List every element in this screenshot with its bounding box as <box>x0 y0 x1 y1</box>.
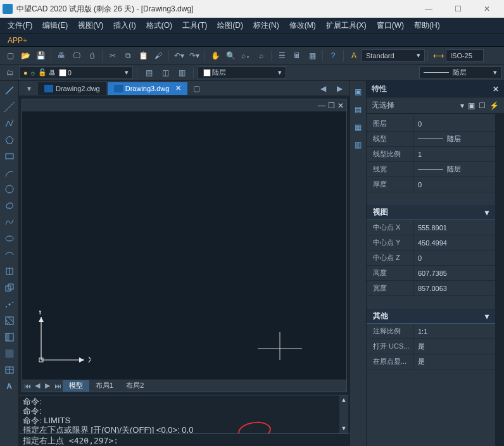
match-icon[interactable]: 🖌 <box>152 49 165 62</box>
prop-ucs-on[interactable]: 打开 UCS...是 <box>367 339 495 354</box>
selection-label[interactable]: 无选择 <box>372 100 457 111</box>
minimize-doc-icon[interactable]: — <box>318 101 325 110</box>
group-icon[interactable]: ▤ <box>351 102 365 116</box>
prop-ltscale[interactable]: 线型比例1 <box>367 147 495 162</box>
cut-icon[interactable]: ✂ <box>106 49 119 62</box>
tab-prev-icon[interactable]: ◀ <box>317 82 329 95</box>
drawing-viewport[interactable]: X Y <box>22 112 346 379</box>
tool-palette-icon[interactable]: ▦ <box>306 49 318 62</box>
point-icon[interactable] <box>3 297 16 311</box>
region-icon[interactable] <box>3 347 16 361</box>
table-icon[interactable] <box>3 363 16 377</box>
prop-thickness[interactable]: 厚度0 <box>367 177 495 192</box>
calc-icon[interactable]: 🖩 <box>291 49 303 62</box>
menu-dim[interactable]: 标注(N) <box>248 18 284 34</box>
preview-icon[interactable]: 🖵 <box>70 49 83 62</box>
make-block-icon[interactable] <box>3 281 16 295</box>
tab-next-icon[interactable]: ▶ <box>333 82 346 95</box>
polygon-icon[interactable] <box>3 133 16 147</box>
collapse-icon[interactable]: ▾ <box>485 312 489 321</box>
close-button[interactable]: ✕ <box>472 0 501 18</box>
layout-tab-2[interactable]: 布局2 <box>120 380 150 392</box>
prop-layer[interactable]: 图层0 <box>367 116 495 132</box>
text-style-icon[interactable]: A <box>348 49 360 62</box>
layout-tab-model[interactable]: 模型 <box>63 380 89 392</box>
layer-prev-icon[interactable]: ◫ <box>159 66 172 79</box>
zoom-win-icon[interactable]: ⌕▾ <box>239 49 252 62</box>
tab-dropdown-icon[interactable]: ▾ <box>23 82 35 95</box>
prop-height[interactable]: 高度607.7385 <box>367 266 495 281</box>
new-tab-icon[interactable]: ▢ <box>190 82 203 95</box>
dim-style-icon[interactable]: ⟷ <box>432 49 444 62</box>
section-other[interactable]: 其他▾ <box>367 309 495 324</box>
layout-next-icon[interactable]: ▶ <box>42 381 53 390</box>
text-style-select[interactable]: Standard▾ <box>362 49 425 62</box>
restore-doc-icon[interactable]: ❐ <box>328 101 335 110</box>
print-icon[interactable]: 🖶 <box>55 49 68 62</box>
doc-tab-drawing2[interactable]: Drawing2.dwg <box>38 82 106 95</box>
cmd-scrollbar[interactable]: ▲▼ <box>339 395 348 433</box>
gradient-icon[interactable] <box>3 330 16 344</box>
menu-edit[interactable]: 编辑(E) <box>37 18 73 34</box>
close-tab-icon[interactable]: ✕ <box>175 84 181 92</box>
minimize-button[interactable]: — <box>414 0 443 18</box>
prop-annoscale[interactable]: 注释比例1:1 <box>367 324 495 339</box>
tool-palette-icon[interactable]: ▥ <box>351 138 365 152</box>
doc-tab-drawing3[interactable]: Drawing3.dwg ✕ <box>108 82 188 95</box>
prop-center-y[interactable]: 中心点 Y450.4994 <box>367 235 495 251</box>
open-icon[interactable]: 📂 <box>19 49 32 62</box>
collapse-icon[interactable]: ▾ <box>485 208 489 217</box>
prop-width[interactable]: 宽度857.0063 <box>367 281 495 296</box>
insert-block-icon[interactable] <box>3 264 16 278</box>
selection-dropdown-icon[interactable]: ▾ <box>460 101 464 110</box>
layout-prev-icon[interactable]: ◀ <box>32 381 42 390</box>
menu-file[interactable]: 文件(F) <box>3 18 37 34</box>
layer-mgr-icon[interactable]: 🗂 <box>4 66 16 79</box>
layout-last-icon[interactable]: ⏭ <box>53 382 63 390</box>
zoom-prev-icon[interactable]: ⌕ <box>255 49 267 62</box>
close-doc-icon[interactable]: ✕ <box>337 101 344 110</box>
undo-icon[interactable]: ↶▾ <box>173 49 186 62</box>
pan-icon[interactable]: ✋ <box>209 49 222 62</box>
menu-tools[interactable]: 工具(T) <box>177 18 212 34</box>
props-scrollbar[interactable] <box>495 114 504 446</box>
props-icon[interactable]: ☰ <box>275 49 288 62</box>
layer-states-icon[interactable]: ▤ <box>142 66 155 79</box>
menu-help[interactable]: 帮助(H) <box>409 18 445 34</box>
select-similar-icon[interactable]: ▣ <box>351 85 365 99</box>
maximize-button[interactable]: ☐ <box>443 0 472 18</box>
mtext-icon[interactable]: A <box>3 380 16 393</box>
linetype-select[interactable]: 随层 ▾ <box>198 66 286 79</box>
menu-appplus[interactable]: APP+ <box>3 34 32 47</box>
copy-icon[interactable]: ⧉ <box>122 49 134 62</box>
prop-ucs-origin[interactable]: 在原点显...是 <box>367 354 495 369</box>
command-input[interactable]: 指定右上点 <420,297>: <box>19 433 350 446</box>
section-view[interactable]: 视图▾ <box>367 205 495 220</box>
redo-icon[interactable]: ↷▾ <box>188 49 201 62</box>
rectangle-icon[interactable] <box>3 149 16 163</box>
pick-add-icon[interactable]: ⚡ <box>489 101 499 110</box>
menu-format[interactable]: 格式(O) <box>141 18 177 34</box>
circle-icon[interactable] <box>3 182 16 196</box>
layout-tab-1[interactable]: 布局1 <box>89 380 120 392</box>
lineweight-select[interactable]: 随层 ▾ <box>419 66 501 79</box>
prop-lineweight[interactable]: 线宽随层 <box>367 162 495 177</box>
select-objects-icon[interactable]: ☐ <box>479 101 486 110</box>
help-icon[interactable]: ? <box>327 49 339 62</box>
new-icon[interactable]: ▢ <box>4 49 16 62</box>
layout-first-icon[interactable]: ⏮ <box>22 382 32 390</box>
ellipse-arc-icon[interactable] <box>3 248 16 262</box>
spline-icon[interactable] <box>3 215 16 229</box>
zoom-rt-icon[interactable]: 🔍 <box>224 49 237 62</box>
prop-center-z[interactable]: 中心点 Z0 <box>367 251 495 266</box>
save-icon[interactable]: 💾 <box>34 49 47 62</box>
paste-icon[interactable]: 📋 <box>137 49 149 62</box>
menu-modify[interactable]: 修改(M) <box>284 18 321 34</box>
hatch-icon[interactable] <box>3 314 16 328</box>
ellipse-icon[interactable] <box>3 232 16 245</box>
xline-icon[interactable] <box>3 100 16 114</box>
arc-icon[interactable] <box>3 166 16 180</box>
command-history[interactable]: 命令: 命令: 命令: LIMITS 指定左下点或限界 [开(ON)/关(OFF… <box>19 395 350 433</box>
dim-style-select[interactable]: ISO-25 <box>446 49 484 62</box>
quick-select-icon[interactable]: ▦ <box>351 120 365 134</box>
